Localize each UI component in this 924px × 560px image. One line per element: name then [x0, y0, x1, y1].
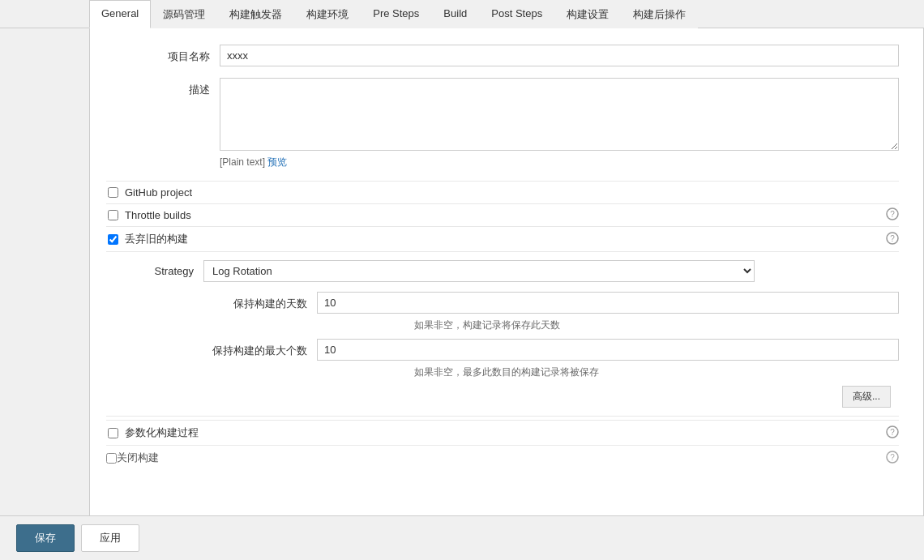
keep-days-label: 保持构建的天数 [203, 292, 317, 311]
project-name-label: 项目名称 [106, 45, 220, 64]
advanced-btn-row: 高级... [106, 386, 899, 408]
project-name-input[interactable] [220, 45, 899, 66]
keep-max-hint: 如果非空，最多此数目的构建记录将被保存 [414, 365, 899, 379]
strategy-label: Strategy [106, 265, 203, 277]
parameterize-row: 参数化构建过程 ? [106, 420, 899, 445]
project-name-row: 项目名称 [106, 45, 899, 66]
strategy-row: Strategy Log Rotation None [106, 260, 899, 282]
github-project-row: GitHub project [106, 181, 899, 203]
keep-max-row: 保持构建的最大个数 [203, 339, 899, 361]
discard-old-row: 丢弃旧的构建 ? [106, 226, 899, 251]
bottom-checkboxes: 参数化构建过程 ? 关闭构建 ? [106, 416, 899, 470]
tabs-bar: General 源码管理 构建触发器 构建环境 Pre Steps Build … [0, 0, 924, 28]
github-project-label[interactable]: GitHub project [125, 186, 899, 199]
throttle-builds-row: Throttle builds ? [106, 203, 899, 226]
tab-postops[interactable]: 构建后操作 [621, 0, 698, 28]
discard-help-icon[interactable]: ? [886, 232, 899, 247]
description-input-wrap: [Plain text] 预览 [220, 78, 899, 169]
throttle-builds-label[interactable]: Throttle builds [125, 209, 899, 221]
throttle-builds-checkbox[interactable] [108, 210, 118, 220]
tab-poststeps[interactable]: Post Steps [479, 0, 554, 28]
save-button[interactable]: 保存 [16, 524, 75, 552]
keep-days-input[interactable] [317, 292, 899, 314]
keep-max-input-wrap [317, 339, 899, 361]
keep-max-label: 保持构建的最大个数 [203, 339, 317, 358]
svg-text:?: ? [890, 453, 895, 462]
page-wrapper: General 源码管理 构建触发器 构建环境 Pre Steps Build … [0, 0, 924, 560]
tab-settings[interactable]: 构建设置 [554, 0, 621, 28]
svg-text:?: ? [890, 234, 895, 243]
svg-text:?: ? [890, 210, 895, 219]
sub-form: 保持构建的天数 如果非空，构建记录将保存此天数 保持构建的最大个数 如果非空，最… [203, 292, 899, 379]
tab-env[interactable]: 构建环境 [294, 0, 361, 28]
discard-old-label[interactable]: 丢弃旧的构建 [125, 232, 899, 246]
plain-text-label: [Plain text] [220, 156, 265, 168]
strategy-section: Strategy Log Rotation None 保持构建的天数 如果非空，… [106, 251, 899, 416]
close-build-checkbox[interactable] [106, 453, 117, 464]
content-area: 项目名称 描述 [Plain text] 预览 GitHub project [89, 28, 924, 547]
keep-max-input[interactable] [317, 339, 899, 361]
description-row: 描述 [Plain text] 预览 [106, 78, 899, 169]
parameterize-help-icon[interactable]: ? [886, 425, 899, 441]
close-build-label[interactable]: 关闭构建 [117, 451, 899, 465]
close-build-help-icon[interactable]: ? [886, 451, 899, 466]
tab-build[interactable]: Build [431, 0, 479, 28]
project-name-input-wrap [220, 45, 899, 66]
tab-general[interactable]: General [89, 0, 151, 28]
preview-link[interactable]: 预览 [267, 156, 287, 168]
description-textarea[interactable] [220, 78, 899, 151]
parameterize-checkbox[interactable] [108, 428, 118, 438]
tab-source[interactable]: 源码管理 [151, 0, 217, 28]
close-build-row: 关闭构建 ? [106, 445, 899, 470]
svg-text:?: ? [890, 428, 895, 437]
tab-trigger[interactable]: 构建触发器 [217, 0, 294, 28]
footer-bar: 保存 应用 [0, 515, 924, 560]
description-label: 描述 [106, 78, 220, 97]
throttle-help-icon[interactable]: ? [886, 207, 899, 223]
github-project-checkbox[interactable] [108, 187, 118, 198]
keep-days-row: 保持构建的天数 [203, 292, 899, 314]
apply-button[interactable]: 应用 [81, 524, 139, 552]
keep-days-input-wrap [317, 292, 899, 314]
keep-days-hint: 如果非空，构建记录将保存此天数 [414, 318, 899, 332]
advanced-button[interactable]: 高级... [842, 386, 891, 408]
parameterize-label[interactable]: 参数化构建过程 [125, 425, 899, 440]
discard-old-checkbox[interactable] [108, 234, 118, 245]
plain-text-hint: [Plain text] 预览 [220, 156, 899, 169]
tab-presteps[interactable]: Pre Steps [361, 0, 431, 28]
strategy-select[interactable]: Log Rotation None [203, 260, 755, 282]
